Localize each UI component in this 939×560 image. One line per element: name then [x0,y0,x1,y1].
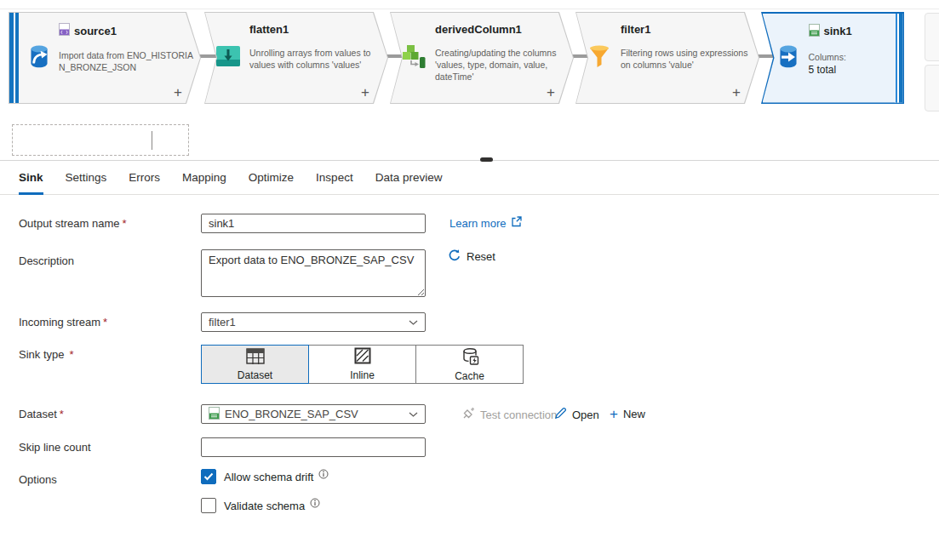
validate-schema-row: Validate schema [201,498,320,513]
cutoff-canvas-control [925,13,939,61]
table-icon [246,348,265,367]
learn-more-link[interactable]: Learn more [449,216,522,230]
flow-node-filter1[interactable]: filter1 Filtering rows using expressions… [575,12,759,104]
tab-mapping[interactable]: Mapping [182,161,226,195]
reset-button[interactable]: Reset [448,249,495,265]
cache-database-icon [461,347,479,368]
node-description: Creating/updating the columns 'values, t… [435,47,564,83]
validate-schema-checkbox[interactable] [201,498,216,513]
chevron-down-icon [409,316,418,329]
filter-icon [586,43,613,73]
test-connection-button[interactable]: Test connection [462,407,557,422]
description-textarea[interactable]: Export data to ENO_BRONZE_SAP_CSV [201,249,426,297]
new-dataset-button[interactable]: + New [610,407,645,421]
dataflow-canvas[interactable]: source1 Import data from ENO_HISTORIAN_B… [0,0,939,160]
node-title: flatten1 [249,23,289,36]
node-title: derivedColumn1 [435,23,522,36]
canvas-top-border [0,9,939,9]
columns-count: 5 total [809,64,894,76]
output-stream-name-input[interactable] [201,214,426,233]
add-transformation-button[interactable]: + [361,84,369,101]
flow-node-sink1[interactable]: sink1 Columns: 5 total [761,12,904,104]
tab-settings[interactable]: Settings [66,161,107,195]
add-transformation-button[interactable]: + [174,84,182,101]
tab-sink[interactable]: Sink [19,161,43,195]
sink-node-stripe [895,14,903,103]
sink-type-cache-button[interactable]: Cache [415,345,524,384]
node-description: Unrolling arrays from values to values w… [249,47,379,71]
node-body: sink1 Columns: 5 total [763,14,903,103]
database-sink-icon [773,41,804,75]
node-body: derivedColumn1 Creating/updating the col… [391,13,573,103]
tab-optimize[interactable]: Optimize [249,161,294,195]
flatten-icon [214,42,243,74]
flow-node-derivedColumn1[interactable]: derivedColumn1 Creating/updating the col… [390,12,574,104]
info-icon[interactable] [318,469,329,479]
sink-config-panel: Sink Settings Errors Mapping Optimize In… [0,160,939,560]
node-body: filter1 Filtering rows using expressions… [576,13,759,103]
dataset-select[interactable]: ENO_BRONZE_SAP_CSV [201,404,426,424]
sink-type-dataset-button[interactable]: Dataset [201,345,309,384]
add-transformation-button[interactable]: + [732,84,741,101]
csv-file-icon [809,24,820,39]
tab-data-preview[interactable]: Data preview [375,161,443,195]
validate-schema-label: Validate schema [224,500,305,512]
node-description: Import data from ENO_HISTORIAN_BRONZE_JS… [59,49,195,73]
external-link-icon [511,216,522,230]
derived-column-icon [399,42,428,74]
skip-line-count-label: Skip line count [19,441,91,454]
json-file-icon [59,23,70,38]
description-label: Description [19,254,74,267]
allow-schema-drift-label: Allow schema drift [224,471,313,483]
test-connection-icon [462,407,475,422]
incoming-stream-select[interactable]: filter1 [201,312,426,332]
reset-icon [448,249,461,265]
hatched-square-icon [354,347,371,367]
panel-tabbar: Sink Settings Errors Mapping Optimize In… [0,161,939,195]
flow-node-flatten1[interactable]: flatten1 Unrolling arrays from values to… [204,12,388,104]
node-description: Filtering rows using expressions on colu… [621,47,750,71]
columns-label: Columns: [809,52,894,62]
source-node-stripe [9,13,19,103]
output-stream-name-label: Output stream name* [19,217,127,230]
allow-schema-drift-row: Allow schema drift [201,469,329,484]
skip-line-count-input[interactable] [201,437,426,457]
tab-errors[interactable]: Errors [129,161,160,195]
add-transformation-button[interactable]: + [547,84,555,101]
canvas-text-box[interactable] [12,124,189,156]
pencil-icon [554,407,567,422]
cutoff-canvas-control [925,65,939,111]
database-source-icon [24,41,54,75]
node-title: sink1 [824,25,852,37]
sink-type-inline-button[interactable]: Inline [308,345,416,384]
tab-inspect[interactable]: Inspect [316,161,353,195]
open-dataset-button[interactable]: Open [554,407,599,422]
dataflow-editor: source1 Import data from ENO_HISTORIAN_B… [0,0,939,560]
flow-node-source1[interactable]: source1 Import data from ENO_HISTORIAN_B… [9,12,201,104]
options-label: Options [19,473,57,486]
csv-file-icon [209,407,220,422]
node-body: source1 Import data from ENO_HISTORIAN_B… [9,13,200,103]
node-title: filter1 [621,23,650,36]
dataset-label: Dataset* [19,408,64,420]
text-cursor [152,131,152,150]
node-title: source1 [74,25,117,37]
chevron-down-icon [409,408,418,420]
allow-schema-drift-checkbox[interactable] [201,469,216,484]
node-body: flatten1 Unrolling arrays from values to… [205,13,387,103]
sink-type-label: Sink type* [19,348,74,361]
info-icon[interactable] [310,498,320,508]
sink-type-button-group: Dataset Inline [201,345,524,384]
plus-icon: + [610,407,618,421]
incoming-stream-label: Incoming stream* [19,316,107,329]
